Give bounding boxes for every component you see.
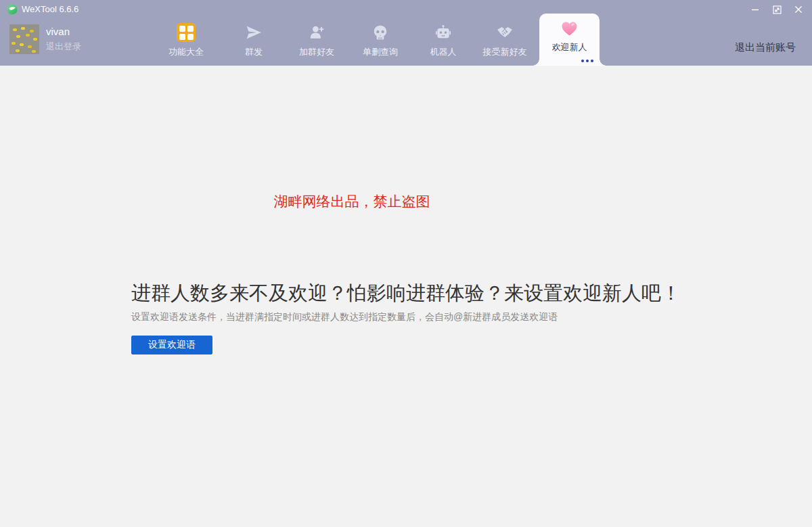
page-headline: 进群人数多来不及欢迎？怕影响进群体验？来设置欢迎新人吧！ [131, 280, 681, 307]
nav-item-accept-friends[interactable]: 接受新好友 [472, 22, 537, 58]
user-name: vivan [46, 26, 70, 37]
robot-icon [411, 22, 476, 43]
nav-item-delete-check[interactable]: 单删查询 [348, 22, 413, 58]
nav-item-mass-send[interactable]: 群发 [221, 22, 286, 58]
watermark-text: 湖畔网络出品，禁止盗图 [274, 192, 430, 211]
nav-label: 加群好友 [284, 46, 349, 58]
heart-icon [539, 21, 600, 39]
nav-item-add-group-friend[interactable]: 加群好友 [284, 22, 349, 58]
nav-label: 群发 [221, 46, 286, 58]
title-bar: WeXTool 6.6.6 [0, 0, 812, 19]
logout-account-button[interactable]: 退出当前账号 [735, 41, 796, 54]
app-logo-icon [7, 4, 18, 15]
set-welcome-message-button[interactable]: 设置欢迎语 [131, 336, 212, 354]
app-header: WeXTool 6.6.6 vivan 退出登 [0, 0, 812, 66]
close-button[interactable] [788, 0, 809, 19]
window-controls [744, 0, 809, 19]
logout-link[interactable]: 退出登录 [46, 41, 81, 53]
nav-item-features[interactable]: 功能大全 [154, 22, 219, 58]
skull-icon [348, 22, 413, 43]
main-content: 湖畔网络出品，禁止盗图 进群人数多来不及欢迎？怕影响进群体验？来设置欢迎新人吧！… [0, 66, 812, 527]
paper-plane-icon [221, 22, 286, 43]
nav-label: 机器人 [411, 46, 476, 58]
window-title: WeXTool 6.6.6 [22, 0, 78, 19]
tab-more-dots-icon[interactable] [581, 60, 593, 62]
tab-welcome-new-members[interactable]: 欢迎新人 [539, 14, 600, 66]
tab-label: 欢迎新人 [539, 41, 600, 53]
minimize-button[interactable] [744, 0, 766, 19]
add-friend-icon [284, 22, 349, 43]
nav-label: 单删查询 [348, 46, 413, 58]
grid-icon [154, 22, 219, 43]
nav-item-robot[interactable]: 机器人 [411, 22, 476, 58]
nav-label: 功能大全 [154, 46, 219, 58]
page-description: 设置欢迎语发送条件，当进群满指定时间或进群人数达到指定数量后，会自动@新进群成员… [131, 311, 558, 323]
maximize-button[interactable] [766, 0, 788, 19]
avatar[interactable] [9, 24, 39, 54]
nav-label: 接受新好友 [472, 46, 537, 58]
handshake-icon [472, 22, 537, 43]
